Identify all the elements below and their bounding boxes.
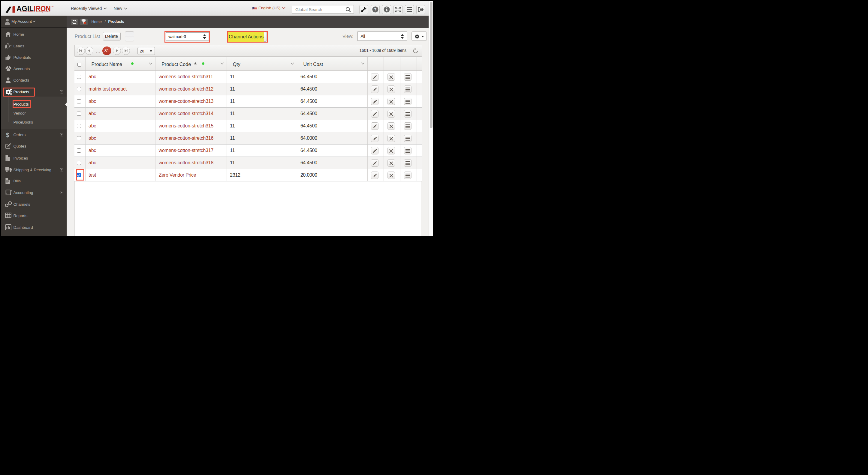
svg-text:?: ? (374, 7, 377, 12)
svg-text:TM: TM (51, 5, 54, 7)
svg-text:$: $ (6, 132, 9, 138)
